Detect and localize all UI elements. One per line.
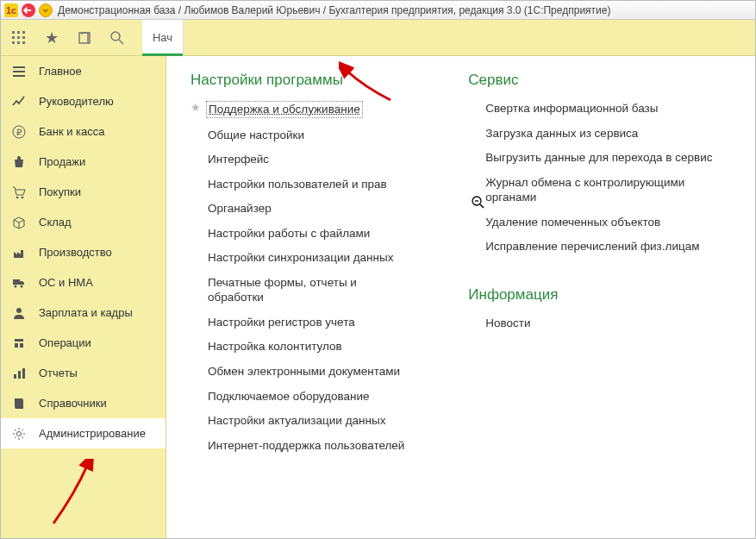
link-files[interactable]: Настройки работы с файлами: [191, 226, 408, 241]
section-title-service: Сервис: [468, 72, 729, 89]
settings-column: Настройки программы ★ Поддержка и обслуж…: [191, 72, 408, 538]
nav-back-icon[interactable]: [22, 3, 35, 17]
app-1c-icon: 1c: [4, 3, 18, 17]
link-headers[interactable]: Настройка колонтитулов: [191, 339, 408, 354]
sidebar-item-sales[interactable]: Продажи: [1, 147, 166, 177]
section-title-settings: Настройки программы: [191, 72, 408, 89]
menu-lines-icon: [11, 64, 27, 79]
svg-rect-1: [17, 31, 20, 34]
sidebar-item-label: Операции: [39, 336, 91, 349]
sidebar-item-purchases[interactable]: Покупки: [1, 177, 166, 207]
factory-icon: [11, 245, 27, 260]
svg-text:₽: ₽: [16, 128, 22, 137]
svg-rect-0: [12, 31, 15, 34]
svg-point-24: [17, 431, 22, 436]
link-fix-transfers[interactable]: Исправление перечислений физ.лицам: [468, 239, 729, 254]
svg-rect-18: [15, 339, 23, 342]
svg-rect-7: [17, 41, 20, 44]
chart-trend-icon: [11, 94, 27, 110]
window-titlebar: 1c Демонстрационная база / Любимов Валер…: [1, 1, 755, 20]
sidebar-item-label: Производство: [39, 246, 112, 259]
svg-point-10: [111, 32, 120, 41]
star-icon: ★: [191, 101, 201, 114]
section-title-info: Информация: [468, 286, 729, 304]
link-unload-data[interactable]: Выгрузить данные для перехода в сервис: [468, 150, 729, 166]
svg-rect-5: [22, 36, 25, 39]
svg-point-13: [16, 196, 19, 198]
svg-rect-8: [22, 41, 25, 44]
svg-point-14: [22, 196, 24, 198]
link-users-rights[interactable]: Настройки пользователей и прав: [191, 177, 408, 192]
sidebar-item-label: Главное: [39, 65, 82, 78]
sidebar-item-label: Отчеты: [39, 367, 78, 379]
ruble-icon: ₽: [11, 124, 27, 140]
svg-rect-23: [22, 368, 25, 379]
link-print-forms[interactable]: Печатные формы, отчеты и обработки: [191, 275, 408, 305]
link-organizer[interactable]: Органайзер: [191, 201, 408, 216]
sidebar-item-label: Покупки: [39, 185, 81, 198]
book-icon: [11, 396, 27, 411]
sidebar-item-reports[interactable]: Отчеты: [1, 358, 166, 388]
sidebar-item-assets[interactable]: ОС и НМА: [1, 267, 166, 298]
sidebar-item-label: Банк и касса: [39, 125, 105, 138]
link-registers[interactable]: Настройки регистров учета: [191, 315, 408, 330]
sidebar-item-label: ОС и НМА: [39, 276, 93, 289]
svg-point-16: [21, 285, 23, 287]
gear-icon: [11, 426, 27, 442]
sidebar-item-directories[interactable]: Справочники: [1, 388, 166, 418]
link-exchange-journal[interactable]: Журнал обмена с контролирующими органами: [468, 175, 729, 205]
svg-rect-9: [79, 33, 88, 43]
sidebar-item-payroll[interactable]: Зарплата и кадры: [1, 298, 166, 328]
table-icon: [11, 335, 27, 351]
main-toolbar: ★ Нач: [1, 20, 755, 56]
window-title: Демонстрационная база / Любимов Валерий …: [58, 4, 610, 16]
sidebar-item-administration[interactable]: Администрирование: [1, 418, 166, 448]
link-interface[interactable]: Интерфейс: [191, 152, 408, 167]
cart-icon: [11, 185, 27, 200]
svg-rect-21: [14, 374, 16, 379]
link-sync[interactable]: Настройки синхронизации данных: [191, 250, 408, 266]
sidebar-item-operations[interactable]: Операции: [1, 328, 166, 358]
tab-start[interactable]: Нач: [142, 20, 184, 56]
sidebar-item-label: Склад: [39, 216, 72, 229]
svg-rect-19: [15, 343, 18, 348]
sidebar-item-label: Руководителю: [39, 95, 114, 108]
link-actualization[interactable]: Настройки актуализации данных: [191, 413, 408, 429]
content-area: Настройки программы ★ Поддержка и обслуж…: [166, 56, 755, 538]
sidebar-item-label: Справочники: [39, 397, 107, 410]
favorite-star-icon[interactable]: ★: [39, 25, 65, 51]
apps-grid-icon[interactable]: [6, 25, 32, 51]
sidebar-item-manager[interactable]: Руководителю: [1, 86, 166, 116]
link-db-rollup[interactable]: Свертка информационной базы: [468, 101, 729, 116]
svg-point-17: [16, 308, 22, 313]
sidebar: Главное Руководителю ₽ Банк и касса Прод…: [1, 56, 166, 538]
sidebar-item-production[interactable]: Производство: [1, 237, 166, 267]
tab-label: Нач: [153, 31, 172, 44]
link-general[interactable]: Общие настройки: [191, 128, 408, 143]
svg-rect-4: [17, 36, 20, 39]
link-edoc[interactable]: Обмен электронными документами: [191, 364, 408, 379]
person-icon: [11, 305, 27, 321]
bag-icon: [11, 154, 27, 170]
link-equipment[interactable]: Подключаемое оборудование: [191, 389, 408, 404]
svg-rect-22: [18, 371, 21, 379]
link-support[interactable]: Поддержка и обслуживание: [206, 101, 363, 118]
right-column: Сервис Свертка информационной базы Загру…: [468, 72, 729, 538]
link-delete-marked[interactable]: Удаление помеченных объектов: [468, 215, 729, 230]
sidebar-item-label: Продажи: [39, 155, 85, 168]
link-news[interactable]: Новости: [468, 316, 729, 331]
history-icon[interactable]: [72, 25, 97, 51]
svg-rect-3: [12, 36, 15, 39]
sidebar-item-main[interactable]: Главное: [1, 56, 166, 86]
sidebar-item-warehouse[interactable]: Склад: [1, 207, 166, 237]
search-icon[interactable]: [104, 25, 130, 51]
svg-point-15: [15, 285, 17, 287]
svg-rect-20: [20, 343, 23, 348]
truck-icon: [11, 275, 27, 291]
nav-down-icon[interactable]: [39, 3, 53, 17]
link-internet-support[interactable]: Интернет-поддержка пользователей: [191, 438, 408, 454]
svg-rect-6: [12, 41, 15, 44]
sidebar-item-bank[interactable]: ₽ Банк и касса: [1, 116, 166, 147]
bars-icon: [11, 366, 27, 381]
link-load-data[interactable]: Загрузка данных из сервиса: [468, 126, 729, 141]
